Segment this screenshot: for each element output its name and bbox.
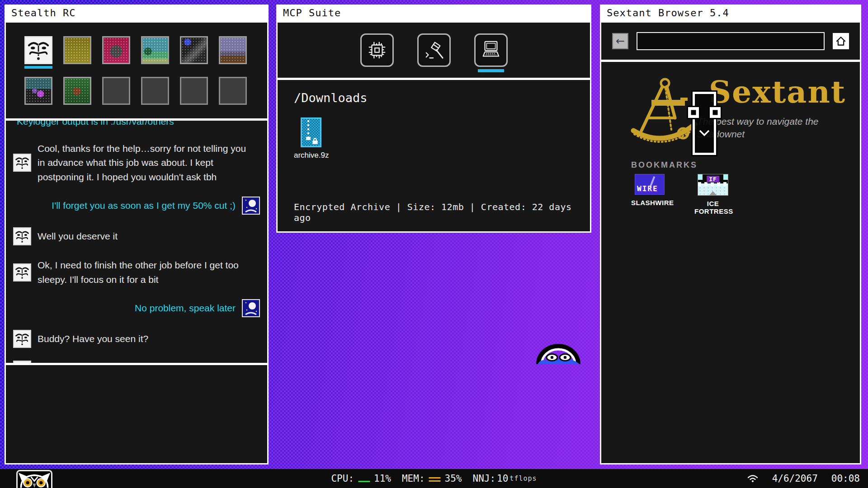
chat-message-in: Buddy? Have you seen it? (13, 330, 260, 348)
chat-log[interactable]: Keylogger output is in ./usr/var/others … (6, 121, 267, 363)
browser-toolbar: ← (601, 23, 860, 60)
chat-message-out-clipped: Keylogger output is in ./usr/var/others (17, 121, 260, 129)
file-browser: /Downloads archive.9z Encrypted Archive … (278, 80, 590, 231)
cpu-label: CPU: (331, 473, 354, 484)
contact-avatar-mask (13, 227, 31, 245)
app-chip-button[interactable] (360, 33, 394, 67)
avatar-slot-empty[interactable] (141, 77, 169, 105)
avatar-slot-empty[interactable] (219, 77, 247, 105)
url-input[interactable] (637, 32, 825, 50)
chat-message-in: Cool, thanks for the help…sorry for not … (13, 141, 260, 184)
owl-icon (18, 470, 51, 488)
folder-path: /Downloads (294, 91, 574, 105)
clock-date: 4/6/2067 (772, 473, 818, 484)
chat-compose-area[interactable] (6, 365, 267, 463)
mem-gauge-icon (429, 477, 441, 482)
back-button[interactable]: ← (612, 33, 628, 49)
app-laptop-button[interactable] (474, 33, 508, 67)
mcp-app-dock (278, 23, 590, 78)
avatar-thumb-4[interactable] (141, 36, 169, 64)
browser-title: Sextant Browser 5.4 (601, 6, 860, 20)
user-avatar-moon (242, 197, 260, 215)
back-arrow-icon: ← (616, 35, 625, 47)
file-meta-status: Encrypted Archive | Size: 12mb | Created… (294, 202, 590, 223)
mem-value: 35% (445, 473, 462, 484)
mcp-suite-title: MCP Suite (278, 6, 590, 20)
avatar-thumb-6[interactable] (219, 36, 247, 64)
cpu-value: 11% (374, 473, 391, 484)
avatar-thumb-5[interactable] (180, 36, 208, 64)
contact-avatar-mask (13, 361, 31, 363)
sextant-browser-window: Sextant Browser 5.4 ← (600, 5, 861, 465)
browser-page: Sextant The best way to navigate the Sha… (601, 62, 860, 463)
totem-mouth-icon (698, 129, 710, 136)
peeking-blob-creature (534, 341, 582, 366)
bookmarks-heading: BOOKMARKS (631, 160, 698, 170)
contact-avatar-mask (13, 263, 31, 282)
totem-creature (693, 92, 716, 155)
cpu-gauge-icon (358, 481, 370, 482)
site-logo-title: Sextant (709, 74, 846, 110)
bookmark-slashwire[interactable]: WIRE SLASHWIRE (631, 174, 668, 215)
avatar-thumb-3[interactable] (102, 36, 130, 64)
mem-label: MEM: (402, 473, 425, 484)
bookmarks-row: WIRE SLASHWIRE IF ICE FORTRESS (631, 174, 731, 215)
avatar-thumb-2[interactable] (63, 36, 91, 64)
nnj-unit: tflops (509, 474, 537, 483)
stealth-rc-window: Stealth RC (5, 5, 269, 465)
encrypted-archive-icon (301, 117, 321, 147)
desktop: { "stealth_rc": { "title": "Stealth RC",… (0, 0, 868, 488)
totem-eye-icon (687, 106, 700, 119)
chat-message-in: Ok, I need to finish the other job befor… (13, 258, 260, 286)
user-avatar-moon (242, 299, 260, 317)
slashwire-favicon: WIRE (635, 174, 665, 195)
wifi-icon (747, 474, 759, 483)
clock-time: 00:08 (831, 473, 860, 484)
home-button[interactable] (833, 33, 849, 49)
start-menu-owl-button[interactable] (16, 470, 52, 488)
taskbar: CPU: 11% MEM: 35% NNJ: 10 tflops 4/6/206… (0, 469, 868, 488)
contact-avatar-mask (13, 154, 31, 172)
avatar-thumb-8[interactable] (63, 77, 91, 105)
avatar-anonymous-mask[interactable] (24, 36, 52, 64)
home-icon (835, 35, 847, 47)
avatar-thumb-7[interactable] (24, 77, 52, 105)
contact-avatar-mask (13, 330, 31, 348)
ice-fortress-favicon: IF (698, 174, 728, 196)
nnj-label: NNJ: (472, 473, 495, 484)
app-gavel-terminal-button[interactable] (417, 33, 451, 67)
chat-message-out: I'll forget you as soon as I get my 50% … (13, 197, 260, 215)
bookmark-ice-fortress[interactable]: IF ICE FORTRESS (694, 174, 731, 215)
file-archive[interactable]: archive.9z (294, 117, 328, 160)
system-stats: CPU: 11% MEM: 35% NNJ: 10 tflops (331, 469, 537, 488)
stealth-rc-title: Stealth RC (6, 6, 267, 20)
avatar-grid (6, 23, 267, 118)
gavel-terminal-icon (424, 40, 444, 61)
laptop-icon (481, 40, 501, 61)
avatar-slot-empty[interactable] (180, 77, 208, 105)
padlock-icon (311, 137, 319, 145)
mcp-suite-window: MCP Suite (276, 5, 591, 233)
totem-eye-icon (708, 106, 722, 119)
chat-message-in: JACKPOOOOTTTT!!! (13, 361, 260, 363)
chip-icon (367, 40, 387, 61)
chat-message-out: No problem, speak later (13, 299, 260, 317)
chat-message-in: Well you deserve it (13, 227, 260, 245)
file-name: archive.9z (294, 151, 328, 160)
taskbar-tray: 4/6/2067 00:08 (747, 469, 860, 488)
avatar-slot-empty[interactable] (102, 77, 130, 105)
nnj-value: 10 (497, 473, 508, 484)
